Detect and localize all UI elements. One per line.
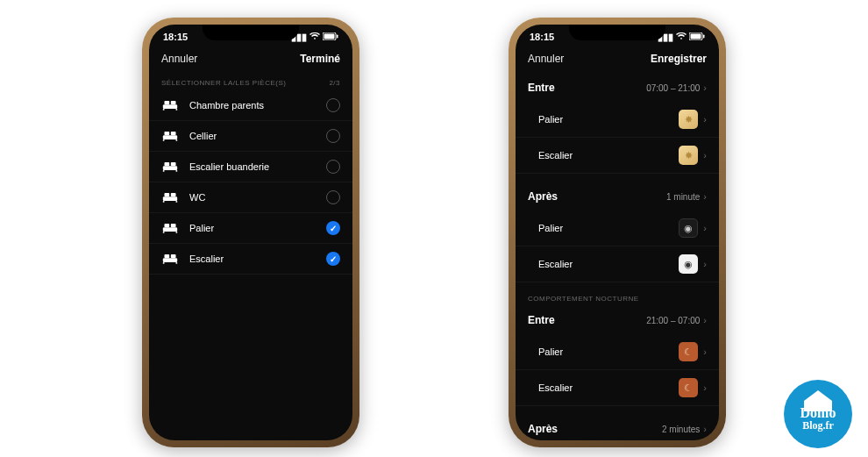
- after-value: 1 minute: [666, 192, 700, 202]
- room-label: Cellier: [189, 131, 326, 141]
- svg-rect-19: [164, 193, 169, 196]
- svg-rect-23: [163, 227, 177, 232]
- scene-chip-warm: ✸: [679, 110, 698, 129]
- svg-rect-3: [163, 104, 177, 109]
- night-header: COMPORTEMENT NOCTURNE: [516, 282, 719, 306]
- room-row[interactable]: WC: [149, 182, 352, 213]
- status-time: 18:15: [530, 32, 554, 42]
- between-label: Entre: [528, 82, 555, 94]
- night-after-row[interactable]: Après 2 minutes›: [516, 415, 719, 435]
- chevron-right-icon: ›: [703, 191, 707, 202]
- night-between-row[interactable]: Entre 21:00 – 07:00›: [516, 306, 719, 334]
- scene-row[interactable]: Escalier☾›: [516, 370, 719, 406]
- night-header-text: COMPORTEMENT NOCTURNE: [528, 295, 639, 303]
- chevron-right-icon: ›: [703, 424, 707, 434]
- svg-rect-28: [163, 258, 177, 262]
- svg-rect-30: [171, 254, 176, 258]
- svg-rect-29: [164, 254, 169, 258]
- svg-rect-15: [171, 162, 176, 166]
- chevron-right-icon: ›: [703, 150, 707, 161]
- svg-rect-2: [337, 35, 338, 39]
- wifi-icon: [309, 32, 320, 42]
- scene-row[interactable]: Palier☾›: [516, 334, 719, 370]
- svg-rect-6: [163, 109, 165, 111]
- cancel-button[interactable]: Annuler: [528, 53, 564, 65]
- radio-unchecked: [326, 190, 340, 204]
- scene-room-label: Escalier: [538, 382, 679, 393]
- between-row[interactable]: Entre 07:00 – 21:00›: [516, 74, 719, 102]
- room-label: Escalier: [189, 253, 326, 264]
- notch: [203, 25, 299, 40]
- room-label: Chambre parents: [189, 100, 326, 111]
- svg-rect-35: [703, 35, 705, 39]
- svg-rect-18: [163, 196, 177, 201]
- screen-left: 18:15 ▮▮▮ Annuler Terminé SÉLECTIONNER L…: [149, 25, 352, 440]
- battery-icon: [323, 32, 338, 42]
- svg-rect-9: [164, 132, 169, 135]
- scene-room-label: Escalier: [538, 259, 679, 269]
- phone-left: 18:15 ▮▮▮ Annuler Terminé SÉLECTIONNER L…: [142, 18, 359, 447]
- scene-chip-night: ☾: [679, 378, 698, 397]
- svg-rect-11: [163, 139, 165, 141]
- night-after-value: 2 minutes: [662, 425, 700, 434]
- scene-room-label: Escalier: [538, 150, 679, 161]
- content-right: Entre 07:00 – 21:00› Palier✸›Escalier✸› …: [516, 74, 719, 435]
- scene-row[interactable]: Escalier✸›: [516, 138, 719, 174]
- room-row[interactable]: Escalier✓: [149, 244, 352, 275]
- chevron-right-icon: ›: [703, 82, 707, 93]
- content-left: SÉLECTIONNER LA/LES PIÈCE(S) 2/3 Chambre…: [149, 74, 352, 435]
- scene-room-label: Palier: [538, 346, 679, 357]
- svg-rect-14: [164, 162, 169, 166]
- svg-rect-24: [164, 224, 169, 227]
- chevron-right-icon: ›: [703, 315, 707, 325]
- section-title: SÉLECTIONNER LA/LES PIÈCE(S): [161, 79, 286, 87]
- chevron-right-icon: ›: [703, 346, 707, 357]
- section-count: 2/3: [329, 79, 340, 87]
- status-icons: ▮▮▮: [291, 32, 338, 43]
- after-label: Après: [528, 190, 558, 203]
- night-between-label: Entre: [528, 314, 555, 326]
- checkmark-icon: ✓: [326, 252, 340, 266]
- svg-rect-8: [163, 135, 177, 139]
- room-icon: [161, 222, 179, 234]
- room-row[interactable]: Palier✓: [149, 213, 352, 244]
- radio-unchecked: [326, 129, 340, 143]
- scene-chip-night: ☾: [679, 342, 698, 361]
- svg-rect-34: [691, 34, 701, 39]
- scene-row[interactable]: Palier◉›: [516, 211, 719, 246]
- svg-rect-26: [163, 232, 165, 233]
- room-row[interactable]: Escalier buanderie: [149, 152, 352, 182]
- chevron-right-icon: ›: [703, 223, 707, 233]
- wifi-icon: [676, 32, 687, 42]
- save-button[interactable]: Enregistrer: [651, 53, 707, 65]
- status-icons: ▮▮▮: [658, 32, 705, 43]
- section-header: SÉLECTIONNER LA/LES PIÈCE(S) 2/3: [149, 74, 352, 90]
- screen-right: 18:15 ▮▮▮ Annuler Enregistrer Entre 07:0…: [516, 25, 719, 440]
- room-icon: [161, 253, 179, 265]
- cancel-button[interactable]: Annuler: [161, 53, 197, 65]
- after-row[interactable]: Après 1 minute›: [516, 182, 719, 211]
- domoblog-logo: Domo Blog.fr: [784, 380, 852, 448]
- svg-rect-12: [176, 139, 178, 141]
- room-label: Palier: [189, 223, 326, 233]
- radio-unchecked: [326, 160, 340, 174]
- room-icon: [161, 99, 179, 111]
- svg-rect-5: [171, 101, 176, 104]
- nav-bar: Annuler Terminé: [149, 49, 352, 74]
- scene-chip-white: ◉: [679, 254, 698, 274]
- svg-rect-4: [164, 101, 169, 104]
- chevron-right-icon: ›: [703, 259, 707, 269]
- done-button[interactable]: Terminé: [300, 53, 340, 65]
- radio-unchecked: [326, 98, 340, 112]
- scene-room-label: Palier: [538, 223, 679, 233]
- svg-rect-7: [176, 109, 178, 111]
- room-row[interactable]: Chambre parents: [149, 90, 352, 121]
- room-label: WC: [189, 192, 326, 203]
- svg-rect-20: [171, 193, 176, 196]
- scene-row[interactable]: Escalier◉›: [516, 246, 719, 282]
- room-row[interactable]: Cellier: [149, 121, 352, 152]
- svg-rect-16: [163, 170, 165, 172]
- scene-row[interactable]: Palier✸›: [516, 102, 719, 138]
- night-between-value: 21:00 – 07:00: [646, 316, 700, 325]
- room-icon: [161, 161, 179, 173]
